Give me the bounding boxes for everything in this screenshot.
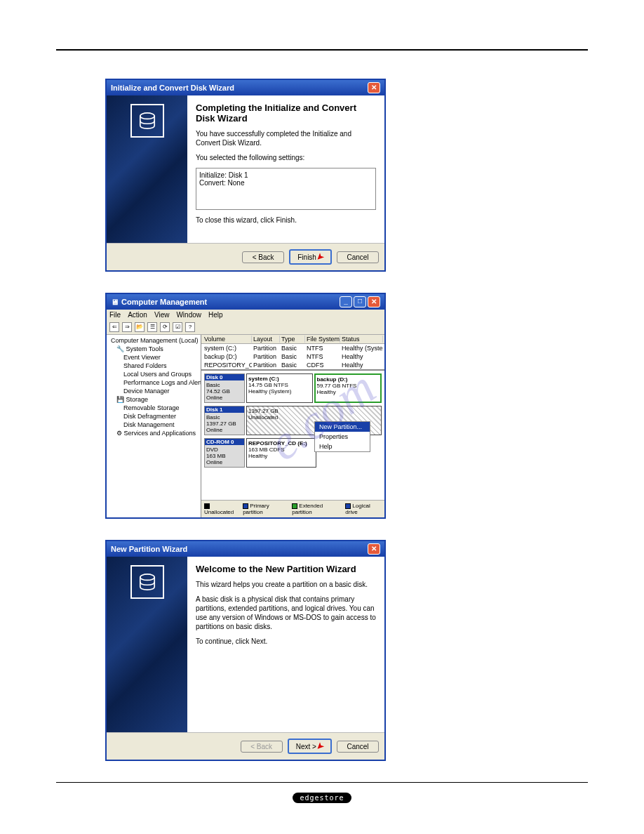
col-volume[interactable]: Volume	[203, 336, 252, 343]
settings-line: Convert: None	[199, 179, 373, 187]
tree-node-storage[interactable]: 💾 Storage	[108, 395, 199, 404]
col-type[interactable]: Type	[280, 336, 305, 343]
refresh-icon[interactable]: ⟳	[160, 322, 170, 332]
wizard-side-graphic	[107, 95, 187, 243]
tree-node[interactable]: Disk Management	[108, 421, 199, 429]
cdrom-label[interactable]: CD-ROM 0 DVD 163 MB Online	[204, 438, 245, 468]
titlebar[interactable]: 🖥Computer Management _ □ ✕	[107, 294, 384, 310]
close-icon[interactable]: ✕	[368, 543, 380, 555]
maximize-icon[interactable]: □	[354, 296, 366, 307]
menu-item[interactable]: Window	[176, 311, 201, 319]
col-layout[interactable]: Layout	[252, 336, 280, 343]
menu-item[interactable]: File	[109, 311, 121, 319]
menu-item[interactable]: Action	[128, 311, 147, 319]
window-title: Initialize and Convert Disk Wizard	[111, 84, 234, 92]
toolbar: ⇐ ⇒ 📂 ☰ ⟳ ☑ ?	[107, 320, 384, 335]
legend-swatch-blue	[243, 503, 248, 509]
cancel-button[interactable]: Cancel	[337, 251, 379, 263]
wizard-heading: Welcome to the New Partition Wizard	[196, 564, 376, 574]
wizard-body-text: This wizard helps you create a partition…	[196, 580, 376, 589]
tree-node[interactable]: Removable Storage	[108, 404, 199, 412]
disk-row[interactable]: Disk 0 Basic 74.52 GB Online system (C:)…	[204, 373, 382, 403]
table-header[interactable]: Volume Layout Type File System Status	[201, 335, 384, 344]
col-fs[interactable]: File System	[305, 336, 340, 343]
fwd-nav-icon[interactable]: ⇒	[122, 322, 132, 332]
finish-button[interactable]: Finish➤	[289, 249, 332, 265]
minimize-icon[interactable]: _	[340, 296, 352, 307]
titlebar[interactable]: New Partition Wizard ✕	[107, 541, 384, 557]
wizard-body-text: To continue, click Next.	[196, 637, 376, 646]
tree-node[interactable]: Performance Logs and Alerts	[108, 378, 199, 387]
app-icon: 🖥	[111, 298, 119, 306]
computer-management-window: 🖥Computer Management _ □ ✕ File Action V…	[105, 293, 386, 519]
wizard-body-text: You have successfully completed the Init…	[196, 129, 376, 147]
table-row[interactable]: system (C:)PartitionBasicNTFSHealthy (Sy…	[201, 344, 384, 352]
help-icon[interactable]: ?	[185, 322, 195, 332]
back-button[interactable]: < Back	[242, 251, 284, 263]
svg-point-1	[140, 574, 154, 581]
window-title: New Partition Wizard	[111, 545, 187, 553]
cancel-button[interactable]: Cancel	[337, 741, 379, 753]
settings-listbox[interactable]: Initialize: Disk 1 Convert: None	[196, 168, 376, 210]
disk-stack-icon	[130, 565, 164, 599]
legend-swatch-blue2	[345, 503, 351, 509]
partition-box[interactable]: backup (D:) 59.77 GB NTFS Healthy	[314, 373, 382, 403]
close-icon[interactable]: ✕	[368, 82, 380, 93]
settings-line: Initialize: Disk 1	[199, 171, 373, 179]
tree-node[interactable]: Shared Folders	[108, 362, 199, 370]
button-row: < Back Finish➤ Cancel	[107, 243, 384, 270]
partition-box[interactable]: REPOSITORY_CD (E:) 163 MB CDFS Healthy	[246, 438, 316, 468]
wizard-body-text: To close this wizard, click Finish.	[196, 216, 376, 225]
bottom-rule	[56, 782, 588, 783]
brand-name: edgestore	[293, 793, 351, 803]
tree-node[interactable]: Event Viewer	[108, 353, 199, 362]
tree-pane[interactable]: Computer Management (Local) 🔧 System Too…	[107, 335, 201, 517]
volume-list[interactable]: Volume Layout Type File System Status sy…	[201, 335, 384, 370]
partition-box[interactable]: system (C:) 14.75 GB NTFS Healthy (Syste…	[246, 373, 313, 403]
disk1-label[interactable]: Disk 1 Basic 1397.27 GB Online	[204, 406, 245, 435]
tree-node[interactable]: Local Users and Groups	[108, 370, 199, 378]
wizard-heading: Completing the Initialize and Convert Di…	[196, 102, 376, 124]
menu-bar[interactable]: File Action View Window Help	[107, 310, 384, 320]
context-menu[interactable]: New Partition... Properties Help	[314, 421, 370, 452]
col-status[interactable]: Status	[340, 336, 383, 343]
up-icon[interactable]: 📂	[135, 322, 145, 332]
table-row[interactable]: backup (D:)PartitionBasicNTFSHealthy	[201, 352, 384, 361]
disk-map-pane[interactable]: Disk 0 Basic 74.52 GB Online system (C:)…	[201, 370, 384, 500]
window-title: Computer Management	[121, 298, 207, 306]
titlebar[interactable]: Initialize and Convert Disk Wizard ✕	[107, 80, 384, 95]
button-row: < Back Next >➤ Cancel	[107, 732, 384, 760]
disk-stack-icon	[130, 104, 164, 138]
footer-logo: edgestore	[56, 793, 588, 803]
props-icon[interactable]: ☑	[173, 322, 182, 332]
disk0-label[interactable]: Disk 0 Basic 74.52 GB Online	[204, 373, 245, 403]
menu-properties[interactable]: Properties	[315, 432, 370, 442]
menu-item[interactable]: Help	[208, 311, 223, 319]
tree-icon[interactable]: ☰	[147, 322, 157, 332]
svg-point-0	[140, 113, 154, 119]
back-button: < Back	[241, 741, 283, 753]
wizard-body-text: You selected the following settings:	[196, 153, 376, 162]
wizard-side-graphic	[107, 557, 187, 732]
table-row[interactable]: REPOSITORY_CD (E:)PartitionBasicCDFSHeal…	[201, 361, 384, 369]
legend: Unallocated Primary partition Extended p…	[201, 500, 384, 517]
tree-node[interactable]: Device Manager	[108, 387, 199, 395]
close-icon[interactable]: ✕	[368, 296, 380, 307]
menu-item[interactable]: View	[154, 311, 170, 319]
tree-node-services[interactable]: ⚙ Services and Applications	[108, 429, 199, 437]
top-rule	[56, 49, 588, 51]
back-nav-icon[interactable]: ⇐	[109, 322, 119, 332]
legend-swatch-black	[204, 503, 210, 509]
tree-root[interactable]: Computer Management (Local)	[108, 336, 199, 345]
menu-help[interactable]: Help	[315, 442, 370, 451]
wizard-initialize-convert: Initialize and Convert Disk Wizard ✕ Com…	[105, 79, 386, 272]
menu-new-partition[interactable]: New Partition...	[315, 422, 370, 432]
wizard-new-partition: New Partition Wizard ✕ Welcome to the Ne…	[105, 540, 386, 761]
wizard-body-text: A basic disk is a physical disk that con…	[196, 595, 376, 631]
next-button[interactable]: Next >➤	[288, 739, 332, 754]
tree-node-system-tools[interactable]: 🔧 System Tools	[108, 345, 199, 353]
legend-swatch-green	[292, 503, 297, 509]
tree-node[interactable]: Disk Defragmenter	[108, 412, 199, 421]
